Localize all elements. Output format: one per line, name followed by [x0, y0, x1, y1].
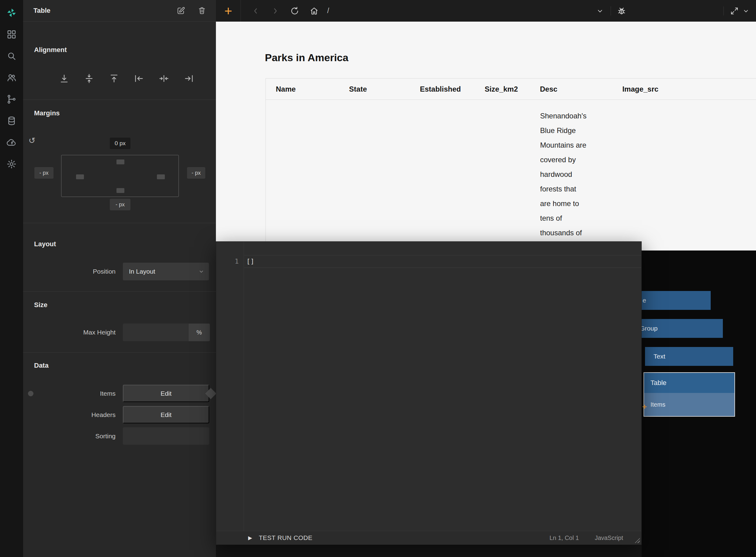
- back-icon[interactable]: [250, 5, 261, 17]
- app-logo-icon[interactable]: [5, 7, 18, 19]
- table-header-row: Name State Established Size_km2 Desc Ima…: [266, 78, 756, 100]
- margin-right-value[interactable]: - px: [187, 167, 205, 179]
- tree-item-label: e: [642, 297, 646, 304]
- align-left-icon[interactable]: [132, 72, 146, 85]
- path-breadcrumb[interactable]: /: [327, 7, 329, 15]
- tree-selected-group: Table Items +: [643, 372, 735, 417]
- path-dropdown-chevron-icon[interactable]: [594, 5, 606, 17]
- rename-edit-icon[interactable]: [177, 6, 186, 15]
- delete-trash-icon[interactable]: [198, 6, 206, 15]
- position-value: In Layout: [129, 268, 155, 275]
- component-inspector-panel: Table Alignment Margins ↺ 0 px - px - px: [23, 0, 216, 557]
- desc-text-line: Mountains are: [540, 138, 587, 152]
- branch-icon[interactable]: [5, 93, 18, 105]
- data-section: Data Items Edit Headers Edit Sorting: [23, 353, 216, 557]
- database-icon[interactable]: [5, 115, 18, 127]
- tree-item[interactable]: e: [642, 291, 711, 310]
- forward-icon[interactable]: [270, 5, 281, 17]
- sorting-input[interactable]: [123, 427, 209, 445]
- data-label: Data: [34, 361, 49, 370]
- add-indicator: +: [642, 402, 647, 411]
- position-select[interactable]: In Layout: [123, 263, 209, 280]
- tree-item-label: Group: [642, 325, 658, 332]
- margin-handle-right[interactable]: [157, 174, 165, 179]
- code-editor-area[interactable]: 1 []: [216, 242, 641, 531]
- column-header: Size_km2: [475, 79, 530, 99]
- more-chevron-down-icon[interactable]: [740, 5, 752, 17]
- users-icon[interactable]: [5, 71, 18, 84]
- debug-bug-icon[interactable]: [616, 5, 627, 17]
- tree-item-label: Items: [651, 401, 665, 408]
- align-center-horizontal-icon[interactable]: [157, 72, 170, 85]
- margin-handle-top[interactable]: [117, 159, 124, 164]
- language-indicator: JavaScript: [595, 534, 623, 541]
- layout-section: Layout Position In Layout: [23, 223, 216, 292]
- max-height-input[interactable]: [123, 324, 188, 341]
- column-header: Name: [266, 79, 339, 99]
- desc-text-line: hardwood: [540, 167, 587, 182]
- headers-edit-button[interactable]: Edit: [123, 406, 209, 423]
- inspector-header: Table: [23, 0, 216, 22]
- inspector-title: Table: [33, 7, 177, 14]
- margin-box-diagram: [61, 155, 179, 197]
- component-tree-panel: e Group Text Table Items +: [642, 251, 756, 557]
- alignment-options: [58, 72, 195, 85]
- page-title: Parks in America: [265, 52, 348, 64]
- headers-label: Headers: [23, 411, 123, 418]
- max-height-unit: %: [188, 324, 210, 341]
- tree-item-label: Text: [654, 353, 665, 360]
- desc-cell: Shenandoah's Blue Ridge Mountains are co…: [540, 109, 587, 240]
- alignment-section: Alignment: [23, 22, 216, 100]
- size-label: Size: [34, 301, 48, 309]
- margin-top-value: 0 px: [110, 138, 130, 149]
- position-label: Position: [23, 268, 123, 275]
- refresh-icon[interactable]: [289, 5, 301, 17]
- test-run-button[interactable]: ▶ TEST RUN CODE: [248, 534, 312, 541]
- left-icon-rail: [0, 0, 23, 557]
- settings-gear-icon[interactable]: [5, 158, 18, 170]
- margin-handle-left[interactable]: [76, 174, 84, 179]
- tree-item-group[interactable]: Group: [642, 319, 723, 338]
- cloud-function-icon[interactable]: [5, 136, 18, 149]
- cursor-position: Ln 1, Col 1: [549, 534, 579, 541]
- desc-text-line: are home to: [540, 196, 587, 211]
- reset-margins-icon[interactable]: ↺: [27, 136, 37, 146]
- editor-status-bar: ▶ TEST RUN CODE Ln 1, Col 1 JavaScript: [216, 531, 641, 545]
- code-editor-panel: 1 [] ▶ TEST RUN CODE Ln 1, Col 1 JavaScr…: [216, 241, 642, 545]
- test-run-label: TEST RUN CODE: [259, 534, 312, 541]
- sorting-label: Sorting: [23, 433, 123, 440]
- align-bottom-icon[interactable]: [58, 72, 71, 85]
- tree-item-text[interactable]: Text: [645, 347, 733, 366]
- home-icon[interactable]: [308, 5, 320, 17]
- align-top-icon[interactable]: [107, 72, 121, 85]
- app-canvas[interactable]: Parks in America Name State Established …: [216, 22, 756, 251]
- parks-table-widget[interactable]: Name State Established Size_km2 Desc Ima…: [265, 78, 756, 251]
- search-icon[interactable]: [5, 50, 18, 62]
- alignment-label: Alignment: [34, 46, 67, 54]
- items-edit-button[interactable]: Edit: [123, 385, 209, 402]
- canvas-toolbar: + /: [216, 0, 756, 22]
- tree-item-label: Table: [651, 379, 667, 387]
- margin-bottom-value[interactable]: - px: [110, 199, 130, 210]
- grid-icon[interactable]: [5, 28, 18, 40]
- tree-item-items[interactable]: Items: [644, 393, 734, 416]
- tree-item-table[interactable]: Table: [644, 373, 734, 393]
- margin-left-value[interactable]: - px: [34, 167, 54, 179]
- margins-section: Margins ↺ 0 px - px - px - px: [23, 100, 216, 223]
- editor-gutter: 1: [216, 242, 244, 531]
- align-right-icon[interactable]: [182, 72, 195, 85]
- desc-text-line: forests that: [540, 182, 587, 196]
- margin-handle-bottom[interactable]: [117, 188, 124, 193]
- chevron-down-icon: [198, 268, 204, 275]
- desc-text-line: Blue Ridge: [540, 123, 587, 138]
- expand-fullscreen-icon[interactable]: [729, 5, 740, 17]
- code-content: []: [244, 255, 641, 268]
- size-section: Size Max Height %: [23, 292, 216, 353]
- layout-label: Layout: [34, 240, 56, 248]
- add-component-button[interactable]: +: [216, 0, 241, 22]
- desc-text-line: covered by: [540, 152, 587, 167]
- line-number: 1: [216, 255, 244, 268]
- align-center-vertical-icon[interactable]: [83, 72, 96, 85]
- active-line[interactable]: []: [244, 255, 641, 268]
- margins-label: Margins: [34, 109, 60, 117]
